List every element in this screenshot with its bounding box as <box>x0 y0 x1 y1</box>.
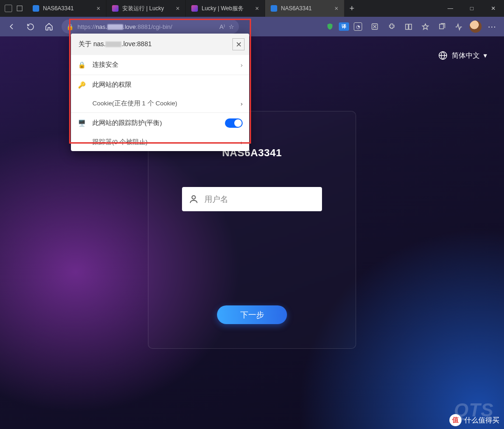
tab-close-icon[interactable]: × <box>255 5 259 12</box>
workspaces-icon[interactable] <box>17 6 22 11</box>
next-button-label: 下一步 <box>240 310 264 320</box>
tracking-toggle[interactable] <box>225 118 243 128</box>
source-watermark: 值 什么值得买 <box>449 414 499 426</box>
tab-lucky-install[interactable]: 安装运行 | Lucky × <box>106 0 186 17</box>
favorites-icon[interactable] <box>417 19 433 35</box>
chevron-right-icon: › <box>241 139 243 146</box>
tab-label: NAS6A3341 <box>43 5 93 12</box>
cookies-row[interactable]: Cookie(正在使用 1 个 Cookie) › <box>71 95 249 112</box>
address-bar[interactable]: 🔒 https://nas..love:8881/cgi-bin/ A⁾ ☆ <box>62 20 239 34</box>
svg-rect-2 <box>409 24 412 29</box>
user-icon <box>189 194 199 204</box>
favorite-icon[interactable]: ☆ <box>229 23 234 30</box>
connection-secure-row[interactable]: 🔒 连接安全 › <box>71 55 249 75</box>
tab-nas-active[interactable]: NAS6A3341 × <box>265 0 344 17</box>
shield-icon[interactable] <box>322 19 338 35</box>
username-placeholder: 用户名 <box>204 194 228 205</box>
globe-icon <box>438 50 448 61</box>
cookies-label: Cookie(正在使用 1 个 Cookie) <box>92 99 241 108</box>
permissions-row: 🔑 此网站的权限 <box>71 75 249 95</box>
language-selector[interactable]: 简体中文 ▾ <box>438 50 487 61</box>
tab-label: NAS6A3341 <box>281 5 331 12</box>
tab-close-icon[interactable]: × <box>176 5 180 12</box>
permissions-label: 此网站的权限 <box>92 81 243 89</box>
extension-icon-2[interactable] <box>367 19 383 35</box>
translate-icon[interactable]: 译 <box>339 22 349 31</box>
extension-icon-1[interactable]: ◔ <box>350 19 366 35</box>
watermark-badge: 值 <box>449 414 462 426</box>
app-icon <box>5 5 12 12</box>
split-screen-icon[interactable] <box>400 19 416 35</box>
trackers-row[interactable]: 跟踪器(0 个被阻止) › <box>71 133 249 151</box>
key-icon: 🔑 <box>77 81 86 89</box>
next-button[interactable]: 下一步 <box>217 305 287 324</box>
tracking-label: 此网站的跟踪防护(平衡) <box>92 119 218 127</box>
tracking-row[interactable]: 🖥️ 此网站的跟踪防护(平衡) <box>71 112 249 133</box>
tab-lucky-web[interactable]: Lucky | Web服务 × <box>186 0 265 17</box>
trackers-label: 跟踪器(0 个被阻止) <box>92 138 241 146</box>
favicon-icon <box>112 5 119 12</box>
window-controls: — □ ✕ <box>440 0 504 17</box>
popup-close-button[interactable]: ✕ <box>232 38 245 50</box>
tab-label: Lucky | Web服务 <box>202 5 252 13</box>
username-input[interactable]: 用户名 <box>182 187 322 211</box>
popup-header: 关于 nas..love:8881 ✕ <box>71 34 249 55</box>
chevron-down-icon: ▾ <box>483 51 487 60</box>
back-button[interactable] <box>4 19 20 35</box>
lock-icon: 🔒 <box>77 61 86 69</box>
collections-icon[interactable] <box>434 19 450 35</box>
connection-secure-label: 连接安全 <box>92 61 234 69</box>
tab-close-icon[interactable]: × <box>97 5 100 12</box>
home-button[interactable] <box>41 19 57 35</box>
profile-avatar[interactable] <box>468 19 483 35</box>
svg-point-5 <box>192 196 195 199</box>
favicon-icon <box>271 5 277 12</box>
favicon-icon <box>33 5 39 12</box>
tab-nas-1[interactable]: NAS6A3341 × <box>27 0 106 17</box>
watermark-text: 什么值得买 <box>464 416 499 425</box>
new-tab-button[interactable]: + <box>344 0 359 17</box>
performance-icon[interactable] <box>451 19 467 35</box>
minimize-button[interactable]: — <box>440 0 461 17</box>
svg-rect-3 <box>439 24 443 28</box>
tab-strip: NAS6A3341 × 安装运行 | Lucky × Lucky | Web服务… <box>27 0 440 17</box>
extensions-icon[interactable] <box>384 19 399 35</box>
favicon-icon <box>191 5 198 12</box>
svg-rect-1 <box>406 24 408 29</box>
tracking-icon: 🖥️ <box>77 119 86 127</box>
url-text: https://nas..love:8881/cgi-bin/ <box>77 23 216 30</box>
maximize-button[interactable]: □ <box>461 0 483 17</box>
read-aloud-icon[interactable]: A⁾ <box>219 23 225 30</box>
tab-label: 安装运行 | Lucky <box>122 5 172 13</box>
site-info-popup: 关于 nas..love:8881 ✕ 🔒 连接安全 › 🔑 此网站的权限 Co… <box>71 34 249 151</box>
menu-button[interactable]: ⋯ <box>484 19 500 35</box>
refresh-button[interactable] <box>22 19 38 35</box>
chevron-right-icon: › <box>241 100 243 107</box>
popup-title: 关于 nas..love:8881 <box>78 40 232 48</box>
window-titlebar: NAS6A3341 × 安装运行 | Lucky × Lucky | Web服务… <box>0 0 504 17</box>
window-close-button[interactable]: ✕ <box>483 0 504 17</box>
language-label: 简体中文 <box>452 51 480 60</box>
tab-close-icon[interactable]: × <box>335 5 338 12</box>
lock-icon[interactable]: 🔒 <box>66 23 74 30</box>
chevron-right-icon: › <box>241 62 243 69</box>
